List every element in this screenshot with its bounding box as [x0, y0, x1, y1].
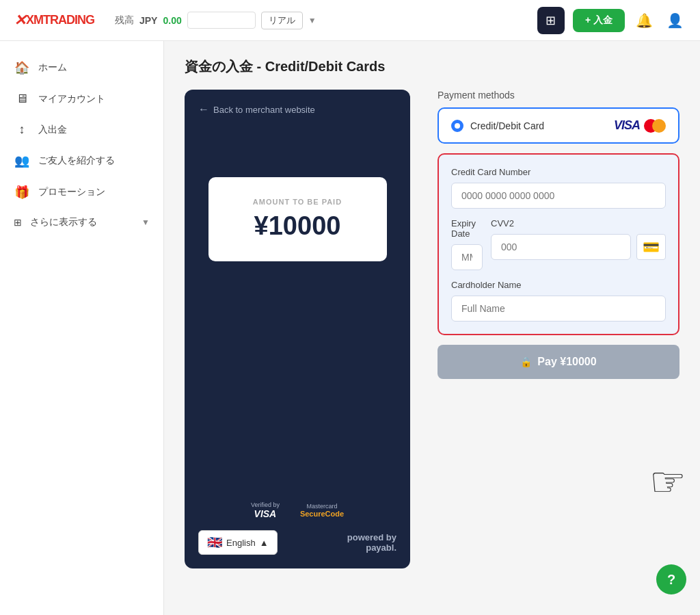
- payment-methods-panel: Payment methods Credit/Debit Card VISA: [438, 90, 679, 568]
- logo-text: XMTRADING: [26, 13, 94, 27]
- method-name: Credit/Debit Card: [470, 120, 544, 131]
- pay-button[interactable]: 🔒 Pay ¥10000: [438, 345, 679, 379]
- deposit-icon: ↕: [14, 122, 30, 137]
- expiry-input[interactable]: [451, 244, 483, 270]
- card-number-label: Credit Card Number: [451, 167, 666, 177]
- header: ✕ XMTRADING 残高 JPY 0.00 リアル ▼ ⊞ + 入金 🔔 👤: [0, 0, 700, 41]
- balance-amount: 0.00: [163, 15, 181, 26]
- card-chip-icon: 💳: [636, 234, 666, 260]
- lang-chevron-icon: ▲: [260, 538, 269, 548]
- main-content: 資金の入金 - Credit/Debit Cards ← Back to mer…: [164, 41, 700, 615]
- expand-arrow-icon: ▼: [142, 218, 150, 227]
- securecode-label: SecureCode: [300, 510, 344, 518]
- card-number-input[interactable]: [451, 183, 666, 209]
- expiry-label: Expiry Date: [451, 218, 483, 239]
- help-button[interactable]: ?: [656, 564, 686, 594]
- sidebar-item-home[interactable]: 🏠 ホーム: [0, 52, 163, 83]
- sidebar-item-more[interactable]: ⊞ さらに表示する ▼: [0, 208, 163, 237]
- visa-brand: VISA: [251, 508, 280, 519]
- home-icon: 🏠: [14, 60, 30, 75]
- balance-area: 残高 JPY 0.00 リアル ▼: [115, 12, 317, 29]
- method-radio: Credit/Debit Card: [451, 120, 544, 132]
- cursor-hand: ☞: [649, 458, 686, 506]
- powered-by: powered by payabl.: [347, 532, 396, 553]
- method-selector[interactable]: Credit/Debit Card VISA: [438, 107, 679, 144]
- cvv-row: 💳: [491, 234, 666, 260]
- cardholder-input[interactable]: [451, 296, 666, 322]
- sidebar-label-home: ホーム: [38, 62, 67, 74]
- header-right: ⊞ + 入金 🔔 👤: [537, 7, 686, 34]
- verified-by-label: Verified by: [251, 501, 280, 508]
- verified-row: Verified by VISA Mastercard SecureCode: [198, 501, 396, 519]
- powered-by-label: powered by: [347, 532, 396, 542]
- content-area: ← Back to merchant website AMOUNT TO BE …: [185, 90, 679, 568]
- balance-label: 残高: [115, 14, 134, 27]
- sidebar-label-promotions: プロモーション: [38, 186, 105, 198]
- grid-icon: ⊞: [14, 217, 22, 228]
- page-title: 資金の入金 - Credit/Debit Cards: [185, 57, 679, 76]
- gift-icon: 🎁: [14, 185, 30, 200]
- monitor-icon: 🖥: [14, 92, 30, 106]
- radio-selected-icon: [451, 120, 463, 132]
- expiry-group: Expiry Date: [451, 218, 483, 270]
- cvv-input[interactable]: [491, 234, 631, 260]
- lock-icon: 🔒: [520, 356, 532, 367]
- deposit-button[interactable]: + 入金: [573, 9, 625, 32]
- flag-icon: 🇬🇧: [207, 535, 222, 550]
- notification-button[interactable]: 🔔: [633, 10, 656, 31]
- mc-secure: Mastercard SecureCode: [300, 503, 344, 518]
- sidebar-label-myaccount: マイアカウント: [38, 93, 105, 105]
- sidebar-item-myaccount[interactable]: 🖥 マイアカウント: [0, 83, 163, 114]
- cvv-label: CVV2: [491, 218, 666, 228]
- verified-visa: Verified by VISA: [251, 501, 280, 519]
- sidebar-label-deposit: 入出金: [38, 124, 67, 136]
- back-link[interactable]: ← Back to merchant website: [198, 103, 315, 116]
- mastercard-label: Mastercard: [300, 503, 344, 510]
- account-input[interactable]: [187, 12, 256, 29]
- lang-row: 🇬🇧 English ▲ powered by payabl.: [198, 530, 396, 555]
- form-area: Credit Card Number Expiry Date CVV2 💳: [438, 153, 679, 335]
- real-badge[interactable]: リアル: [261, 12, 303, 29]
- visa-logo: VISA: [614, 118, 640, 133]
- balance-currency: JPY: [139, 15, 157, 26]
- sidebar-item-deposit[interactable]: ↕ 入出金: [0, 114, 163, 145]
- sidebar-label-referral: ご友人を紹介する: [38, 155, 115, 167]
- chevron-down-icon[interactable]: ▼: [308, 16, 317, 25]
- language-label: English: [226, 538, 256, 548]
- mastercard-logo: [644, 119, 666, 133]
- card-footer: Verified by VISA Mastercard SecureCode 🇬…: [198, 501, 396, 555]
- cardholder-label: Cardholder Name: [451, 280, 666, 290]
- body: 🏠 ホーム 🖥 マイアカウント ↕ 入出金 👥 ご友人を紹介する 🎁 プロモーシ…: [0, 41, 700, 615]
- pay-button-label: Pay ¥10000: [537, 356, 596, 368]
- grid-button[interactable]: ⊞: [537, 7, 565, 34]
- language-selector[interactable]: 🇬🇧 English ▲: [198, 530, 278, 555]
- payabl-brand: payabl.: [347, 542, 396, 553]
- payment-methods-label: Payment methods: [438, 90, 679, 101]
- amount-value: ¥10000: [236, 211, 360, 241]
- payment-card: ← Back to merchant website AMOUNT TO BE …: [185, 90, 410, 568]
- amount-box: AMOUNT TO BE PAID ¥10000: [208, 177, 387, 261]
- sidebar: 🏠 ホーム 🖥 マイアカウント ↕ 入出金 👥 ご友人を紹介する 🎁 プロモーシ…: [0, 41, 164, 615]
- cvv-group: CVV2 💳: [491, 218, 666, 270]
- user-button[interactable]: 👤: [664, 10, 686, 31]
- back-link-text: Back to merchant website: [213, 105, 315, 115]
- amount-label: AMOUNT TO BE PAID: [236, 198, 360, 206]
- back-arrow-icon: ←: [198, 103, 209, 116]
- sidebar-item-referral[interactable]: 👥 ご友人を紹介する: [0, 145, 163, 176]
- logo: ✕ XMTRADING: [14, 12, 94, 29]
- referral-icon: 👥: [14, 153, 30, 168]
- sidebar-item-promotions[interactable]: 🎁 プロモーション: [0, 176, 163, 208]
- expiry-cvv-row: Expiry Date CVV2 💳: [451, 218, 666, 270]
- sidebar-label-more: さらに表示する: [30, 216, 97, 228]
- card-logos: VISA: [614, 118, 666, 133]
